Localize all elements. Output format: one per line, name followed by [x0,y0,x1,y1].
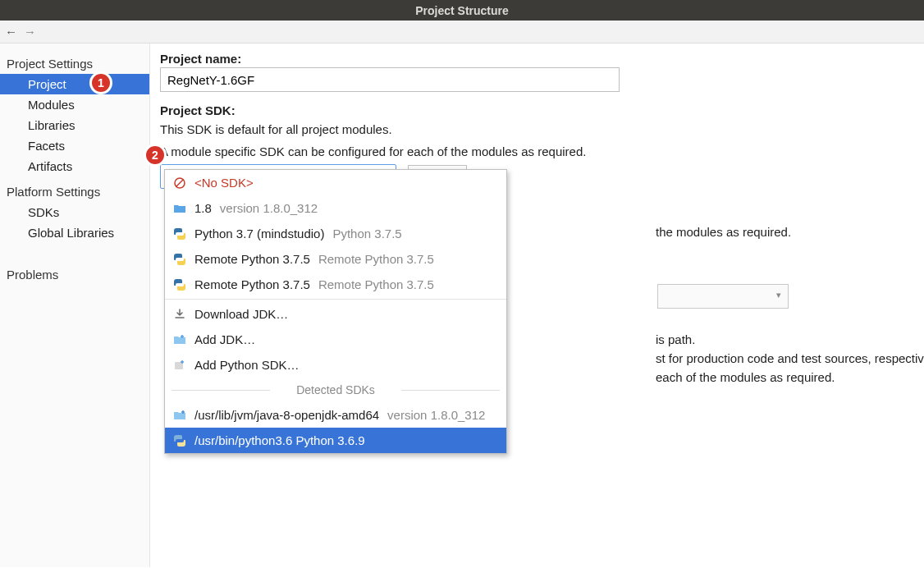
sidebar-item-global-libraries[interactable]: Global Libraries [0,222,149,243]
java-add-icon [173,409,186,422]
bg-text-prodtest: st for production code and test sources,… [656,351,924,365]
sidebar-item-problems[interactable]: Problems [0,264,149,285]
back-arrow-icon[interactable]: ← [5,25,17,39]
sdk-option-nosdk-label: <No SDK> [194,176,254,190]
sdk-option-remote2[interactable]: Remote Python 3.7.5 Remote Python 3.7.5 [165,272,506,297]
sdk-option-remote1-ver: Remote Python 3.7.5 [318,252,434,266]
sdk-action-add-python-label: Add Python SDK… [194,358,300,372]
dropdown-divider [165,299,506,300]
detected-sdk-java8-ver: version 1.8.0_312 [387,408,485,422]
sdk-option-py37-ver: Python 3.7.5 [332,227,401,240]
language-level-combo[interactable] [657,284,789,309]
python-icon [173,227,186,240]
detected-sdk-java8[interactable]: /usr/lib/jvm/java-8-openjdk-amd64 versio… [165,402,506,428]
sdk-action-add-jdk-label: Add JDK… [194,332,255,346]
sidebar-item-modules[interactable]: Modules [0,94,149,115]
section-platform-settings: Platform Settings [0,181,149,202]
sdk-action-download-jdk-label: Download JDK… [194,307,288,321]
sdk-option-py37[interactable]: Python 3.7 (mindstudio) Python 3.7.5 [165,221,506,246]
project-sdk-label: Project SDK: [160,103,904,117]
sidebar-item-facets[interactable]: Facets [0,135,149,156]
sidebar-item-artifacts[interactable]: Artifacts [0,156,149,176]
annotation-badge-2: 2 [144,144,167,167]
detected-sdk-java8-name: /usr/lib/jvm/java-8-openjdk-amd64 [194,408,379,422]
sdk-action-add-python[interactable]: Add Python SDK… [165,352,506,378]
sidebar-item-sdks[interactable]: SDKs [0,202,149,222]
java-folder-icon [173,202,186,215]
sdk-action-download-jdk[interactable]: Download JDK… [165,301,506,327]
no-sdk-icon [173,176,186,190]
project-sdk-desc-1: This SDK is default for all project modu… [160,121,904,140]
sdk-option-remote1-name: Remote Python 3.7.5 [194,252,310,266]
sdk-option-remote1[interactable]: Remote Python 3.7.5 Remote Python 3.7.5 [165,246,506,272]
detected-sdk-python36[interactable]: /usr/bin/python3.6 Python 3.6.9 [165,428,506,453]
bg-text-modules-req: the modules as required. [656,225,791,239]
python-add-icon [173,434,186,447]
bg-text-ispath: is path. [656,332,695,346]
sdk-option-nosdk[interactable]: <No SDK> [165,170,506,195]
project-name-input[interactable] [160,67,620,92]
sdk-option-py37-name: Python 3.7 (mindstudio) [194,227,324,240]
annotation-badge-1: 1 [89,71,112,94]
sdk-dropdown: <No SDK> 1.8 version 1.8.0_312 Python 3.… [164,169,507,454]
sidebar-item-project[interactable]: Project [0,74,149,94]
sdk-option-java18-ver: version 1.8.0_312 [220,201,318,215]
forward-arrow-icon: → [24,25,36,39]
python-icon [173,278,186,291]
sdk-option-remote2-ver: Remote Python 3.7.5 [318,277,434,291]
detected-sdks-header: Detected SDKs [165,378,506,402]
project-sdk-desc-2: A module specific SDK can be configured … [160,143,904,162]
nav-toolbar: ← → [0,21,924,44]
sidebar: Project Settings Project Modules Librari… [0,44,150,567]
window-title: Project Structure [0,0,924,21]
python-icon [173,253,186,266]
add-jdk-icon [173,333,186,346]
project-name-label: Project name: [160,52,904,66]
sdk-option-java18-name: 1.8 [194,201,212,215]
sdk-option-remote2-name: Remote Python 3.7.5 [194,277,310,291]
sdk-option-java18[interactable]: 1.8 version 1.8.0_312 [165,195,506,221]
sdk-action-add-jdk[interactable]: Add JDK… [165,327,506,352]
bg-text-eachreq: each of the modules as required. [656,370,835,384]
detected-sdk-python36-name: /usr/bin/python3.6 Python 3.6.9 [194,433,365,447]
section-project-settings: Project Settings [0,53,149,74]
download-icon [173,308,186,321]
svg-line-1 [176,180,183,186]
sidebar-item-libraries[interactable]: Libraries [0,115,149,135]
add-python-icon [173,359,186,372]
